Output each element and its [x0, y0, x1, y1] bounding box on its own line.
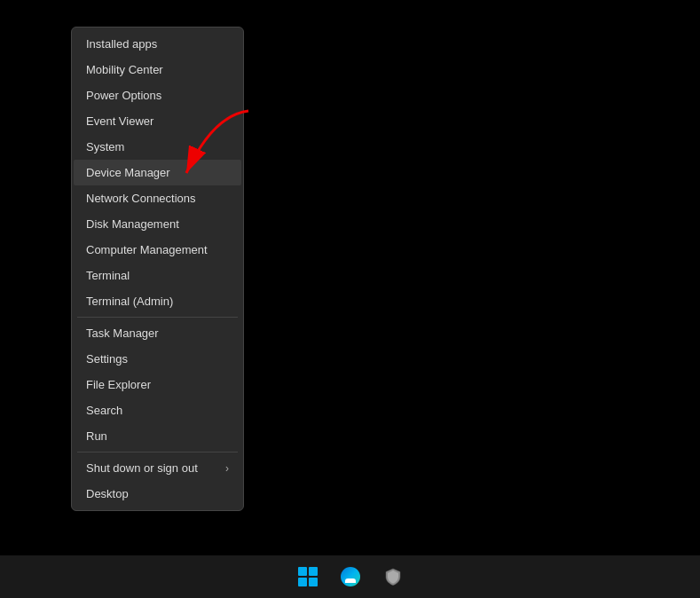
edge-icon	[341, 567, 360, 586]
menu-item-system[interactable]: System	[74, 134, 241, 160]
menu-item-label-terminal-admin: Terminal (Admin)	[86, 295, 173, 308]
menu-item-label-disk-management: Disk Management	[86, 217, 179, 231]
menu-item-terminal[interactable]: Terminal	[74, 263, 241, 288]
menu-item-label-network-connections: Network Connections	[86, 192, 196, 205]
menu-item-computer-management[interactable]: Computer Management	[74, 237, 241, 263]
menu-item-label-run: Run	[86, 429, 107, 443]
menu-item-task-manager[interactable]: Task Manager	[74, 320, 241, 346]
menu-item-desktop[interactable]: Desktop	[74, 481, 241, 507]
menu-item-label-file-explorer: File Explorer	[86, 378, 151, 391]
menu-item-installed-apps[interactable]: Installed apps	[74, 31, 241, 57]
menu-item-search[interactable]: Search	[74, 397, 241, 423]
menu-item-device-manager[interactable]: Device Manager	[74, 160, 241, 185]
context-menu: Installed appsMobility CenterPower Optio…	[71, 27, 244, 511]
menu-item-mobility-center[interactable]: Mobility Center	[74, 57, 241, 83]
windows-logo-icon	[298, 567, 318, 586]
menu-item-settings[interactable]: Settings	[74, 346, 241, 372]
menu-item-event-viewer[interactable]: Event Viewer	[74, 108, 241, 134]
menu-item-label-search: Search	[86, 404, 122, 417]
menu-item-file-explorer[interactable]: File Explorer	[74, 372, 241, 397]
menu-item-label-terminal: Terminal	[86, 269, 130, 282]
menu-item-label-installed-apps: Installed apps	[86, 37, 157, 51]
menu-item-shutdown[interactable]: Shut down or sign out›	[74, 455, 241, 481]
menu-item-label-device-manager: Device Manager	[86, 166, 170, 179]
menu-divider	[77, 452, 238, 452]
start-button[interactable]	[290, 559, 326, 594]
menu-item-label-settings: Settings	[86, 352, 128, 366]
taskbar	[0, 555, 700, 598]
menu-item-label-computer-management: Computer Management	[86, 243, 208, 256]
menu-item-run[interactable]: Run	[74, 423, 241, 449]
menu-item-disk-management[interactable]: Disk Management	[74, 211, 241, 237]
menu-item-label-shutdown: Shut down or sign out	[86, 461, 198, 475]
menu-item-label-power-options: Power Options	[86, 89, 161, 102]
menu-item-label-mobility-center: Mobility Center	[86, 63, 163, 76]
security-icon	[383, 567, 403, 586]
menu-item-terminal-admin[interactable]: Terminal (Admin)	[74, 288, 241, 314]
menu-item-label-system: System	[86, 140, 124, 153]
menu-divider	[77, 317, 238, 318]
menu-item-power-options[interactable]: Power Options	[74, 83, 241, 108]
menu-item-network-connections[interactable]: Network Connections	[74, 185, 241, 211]
menu-item-label-task-manager: Task Manager	[86, 327, 159, 340]
submenu-arrow-icon: ›	[225, 462, 229, 475]
menu-item-label-event-viewer: Event Viewer	[86, 114, 153, 128]
menu-item-label-desktop: Desktop	[86, 487, 129, 500]
security-button[interactable]	[375, 559, 411, 594]
edge-button[interactable]	[333, 559, 368, 594]
